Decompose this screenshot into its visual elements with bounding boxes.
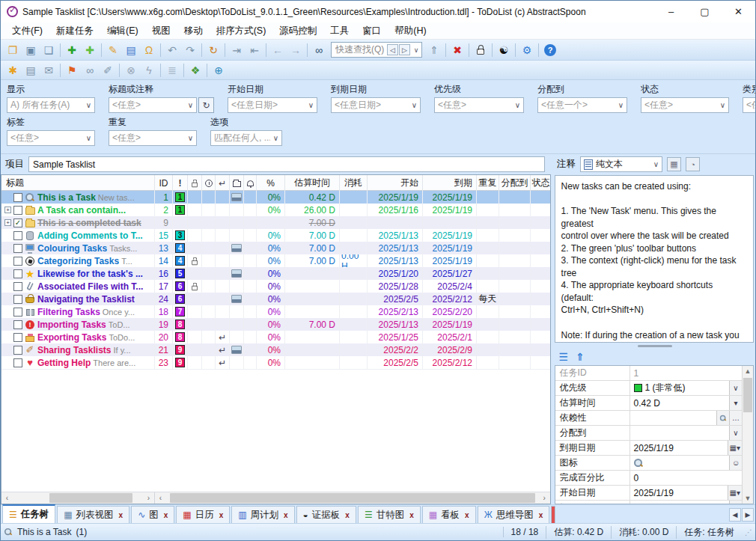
- tab-列表视图[interactable]: ▦列表视图x: [57, 506, 129, 523]
- print-button[interactable]: ▤: [22, 62, 40, 79]
- comments-tool-button-1[interactable]: ▦: [667, 157, 681, 171]
- flag-button[interactable]: ⚑: [63, 62, 81, 79]
- column-header-estimate[interactable]: 估算时间: [285, 175, 340, 191]
- lock-toolbar-button[interactable]: [472, 42, 490, 58]
- column-header-id[interactable]: ID: [155, 175, 173, 191]
- quick-find-combo[interactable]: 快速查找(Q)◁▷∨: [331, 42, 422, 58]
- task-title-cell[interactable]: !Importing TasksToD...: [1, 318, 155, 331]
- tab-日历[interactable]: ▦日历x: [176, 506, 230, 523]
- tab-图[interactable]: ∿图x: [131, 506, 174, 523]
- task-comments[interactable]: New tasks can be created using: 1. The '…: [555, 175, 754, 343]
- task-row[interactable]: +✓This is a completed task97.00 D: [1, 216, 550, 229]
- task-title-cell[interactable]: This is a TaskNew tas...: [1, 191, 155, 204]
- smiley-button[interactable]: ☺: [729, 456, 742, 470]
- move-right-button[interactable]: ⇥: [228, 42, 246, 58]
- task-row[interactable]: Categorizing TasksT...1440%7.00 D0.00 H2…: [1, 254, 550, 267]
- redo-button[interactable]: ↷: [181, 42, 199, 58]
- task-row[interactable]: This is a TaskNew tas...110%0.42 D2025/1…: [1, 191, 550, 204]
- tab-周计划[interactable]: ▥周计划x: [231, 506, 294, 523]
- close-button[interactable]: ✕: [722, 1, 755, 22]
- filter-combo-开始日期[interactable]: <任意日期>∨: [228, 97, 317, 113]
- web-button[interactable]: ⊕: [210, 62, 228, 79]
- asterisk-button[interactable]: ✱: [4, 62, 22, 79]
- attribute-value[interactable]: 2025/1/19: [630, 441, 728, 455]
- column-header-due[interactable]: 到期: [423, 175, 477, 191]
- attribute-value[interactable]: [630, 411, 716, 425]
- project-title-input[interactable]: [28, 156, 545, 172]
- tab-close-icon[interactable]: x: [164, 511, 168, 519]
- tab-甘特图[interactable]: ☰甘特图x: [358, 506, 421, 523]
- attributes-scrollbar[interactable]: ▲ ▼: [742, 366, 753, 504]
- attribute-value[interactable]: 1 (非常低): [630, 381, 729, 395]
- link-button[interactable]: ∞: [81, 62, 99, 79]
- tab-close-icon[interactable]: x: [345, 511, 350, 519]
- tab-看板[interactable]: ▦看板x: [422, 506, 476, 523]
- tab-close-icon[interactable]: x: [219, 511, 224, 519]
- column-header-percent[interactable]: %: [257, 175, 285, 191]
- menu-item-新建任务[interactable]: 新建任务: [49, 22, 100, 40]
- column-header-recurrence[interactable]: ↵: [216, 175, 230, 191]
- task-title-cell[interactable]: ✐Sharing TasklistsIf y...: [1, 343, 155, 356]
- new-subtask-button[interactable]: ✚: [81, 42, 99, 58]
- task-row[interactable]: Filtering TasksOnce y...1870%2025/2/1320…: [1, 305, 550, 318]
- column-header-repeat[interactable]: 重复: [477, 175, 499, 191]
- filter-combo-状态[interactable]: <任意>∨: [641, 97, 729, 113]
- bell-button[interactable]: Δ: [729, 501, 742, 504]
- tab-scroll-left-icon[interactable]: ◀: [729, 508, 741, 522]
- calendar-button[interactable]: ▦▾: [728, 441, 742, 455]
- tab-scroll-right-icon[interactable]: ▶: [742, 508, 754, 522]
- sync-button[interactable]: ↻: [204, 42, 222, 58]
- filter-combo-重复[interactable]: <任意>∨: [109, 130, 197, 146]
- reminder-button[interactable]: Ω: [140, 42, 158, 58]
- email-button[interactable]: ✉: [40, 62, 58, 79]
- task-checkbox[interactable]: [13, 320, 22, 329]
- task-checkbox[interactable]: [13, 193, 22, 202]
- scroll-down-arrow-icon[interactable]: ▼: [745, 493, 752, 504]
- attribute-sort-icon[interactable]: ⇑: [576, 351, 585, 363]
- menu-item-排序方式(S)[interactable]: 排序方式(S): [210, 22, 273, 40]
- expand-icon[interactable]: +: [4, 219, 11, 226]
- column-header-lock[interactable]: [188, 175, 202, 191]
- task-checkbox[interactable]: [13, 269, 22, 278]
- column-header-time[interactable]: [202, 175, 216, 191]
- tab-close-icon[interactable]: x: [409, 511, 414, 519]
- task-title-cell[interactable]: Associated Files with T...: [1, 280, 155, 293]
- maximize-button[interactable]: ▢: [688, 1, 722, 22]
- task-title-cell[interactable]: Filtering TasksOnce y...: [1, 305, 155, 318]
- task-checkbox[interactable]: [13, 308, 22, 317]
- new-task-button[interactable]: ✚: [63, 42, 81, 58]
- filter-combo-显示[interactable]: A) 所有任务(A)∨: [7, 97, 95, 113]
- task-title-cell[interactable]: +A Task can contain...: [1, 204, 155, 216]
- task-checkbox[interactable]: ✓: [13, 218, 22, 227]
- calendar-button[interactable]: ▦▾: [728, 486, 742, 500]
- scroll-left-arrow-icon[interactable]: ‹: [155, 494, 166, 502]
- attribute-list-icon[interactable]: ☰: [559, 351, 569, 363]
- attribute-value[interactable]: 0: [630, 471, 742, 485]
- tab-close-icon[interactable]: x: [465, 511, 469, 519]
- scroll-button[interactable]: ≣: [163, 62, 181, 79]
- tab-close-icon[interactable]: x: [539, 511, 543, 519]
- ellipsis-button[interactable]: …: [729, 411, 742, 425]
- filter-combo-优先级[interactable]: <任意>∨: [434, 97, 524, 113]
- task-checkbox[interactable]: [13, 206, 22, 215]
- edit-task-button[interactable]: ✎: [104, 42, 122, 58]
- chevron-button[interactable]: ∨: [729, 426, 742, 440]
- task-checkbox[interactable]: [13, 333, 22, 342]
- tab-任务树[interactable]: ☰任务树: [2, 504, 55, 523]
- filter-combo-标签[interactable]: <任意>∨: [7, 130, 95, 146]
- task-checkbox[interactable]: [13, 231, 22, 240]
- lightning-button[interactable]: ϟ: [140, 62, 158, 79]
- save-all-button[interactable]: ❏: [40, 42, 58, 58]
- column-header-filelink[interactable]: [230, 175, 244, 191]
- column-header-reminder[interactable]: [244, 175, 257, 191]
- tab-close-icon[interactable]: x: [119, 511, 124, 519]
- filter-combo-类别[interactable]: <任意>∨: [743, 97, 756, 113]
- column-header-priority[interactable]: !: [173, 175, 188, 191]
- filter-refresh-button[interactable]: ↻: [198, 97, 214, 113]
- menu-item-视图[interactable]: 视图: [145, 22, 177, 40]
- task-row[interactable]: +A Task can contain...210%26.00 D2025/1/…: [1, 204, 550, 216]
- filter-combo-分配到[interactable]: <任意一个>∨: [537, 97, 627, 113]
- menu-item-工具[interactable]: 工具: [323, 22, 356, 40]
- open-folder-button[interactable]: ❐: [4, 42, 22, 58]
- comments-splitter[interactable]: [555, 343, 755, 349]
